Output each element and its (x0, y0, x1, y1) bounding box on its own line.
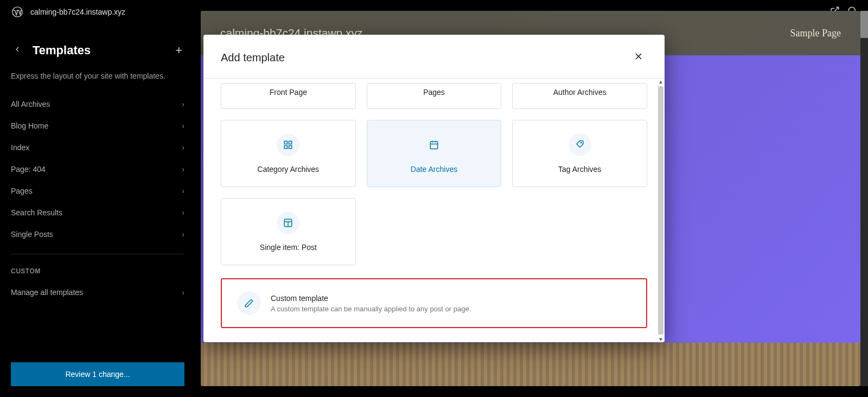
template-label: Front Page (270, 88, 307, 97)
template-card-single-post[interactable]: Single item: Post (221, 198, 356, 265)
template-label: Category Archives (258, 165, 320, 174)
template-card-author-archives[interactable]: Author Archives (512, 83, 647, 109)
svg-rect-4 (285, 146, 288, 149)
template-label: Author Archives (553, 88, 607, 97)
scroll-up-icon[interactable]: ▲ (658, 79, 663, 85)
svg-rect-3 (289, 141, 292, 144)
template-label: Single item: Post (260, 243, 317, 252)
pencil-icon (237, 291, 261, 315)
template-card-pages[interactable]: Pages (367, 83, 502, 109)
modal-title: Add template (221, 52, 285, 64)
template-card-category-archives[interactable]: Category Archives (221, 120, 356, 187)
template-label: Tag Archives (558, 165, 601, 174)
close-button[interactable] (630, 48, 647, 67)
custom-template-desc: A custom template can be manually applie… (271, 305, 471, 313)
calendar-icon (423, 133, 445, 156)
custom-template-title: Custom template (271, 294, 471, 303)
svg-rect-2 (285, 141, 288, 144)
grid-icon (277, 133, 299, 156)
template-label: Date Archives (411, 165, 457, 174)
svg-rect-5 (289, 146, 292, 149)
template-label: Pages (423, 88, 445, 97)
custom-template-card[interactable]: Custom template A custom template can be… (221, 278, 647, 328)
tag-icon (569, 133, 591, 156)
modal-scrollbar[interactable]: ▲ ▼ (657, 79, 665, 342)
template-card-front-page[interactable]: Front Page (221, 83, 356, 109)
scroll-down-icon[interactable]: ▼ (658, 336, 663, 342)
layout-icon (277, 212, 299, 234)
svg-point-7 (580, 143, 582, 144)
add-template-modal: Add template Front Page Pages Author Arc… (203, 35, 665, 342)
svg-rect-6 (430, 142, 438, 149)
template-card-tag-archives[interactable]: Tag Archives (512, 120, 647, 187)
modal-overlay: Add template Front Page Pages Author Arc… (0, 0, 868, 397)
template-card-date-archives[interactable]: Date Archives (367, 120, 502, 187)
scroll-thumb[interactable] (658, 86, 663, 335)
